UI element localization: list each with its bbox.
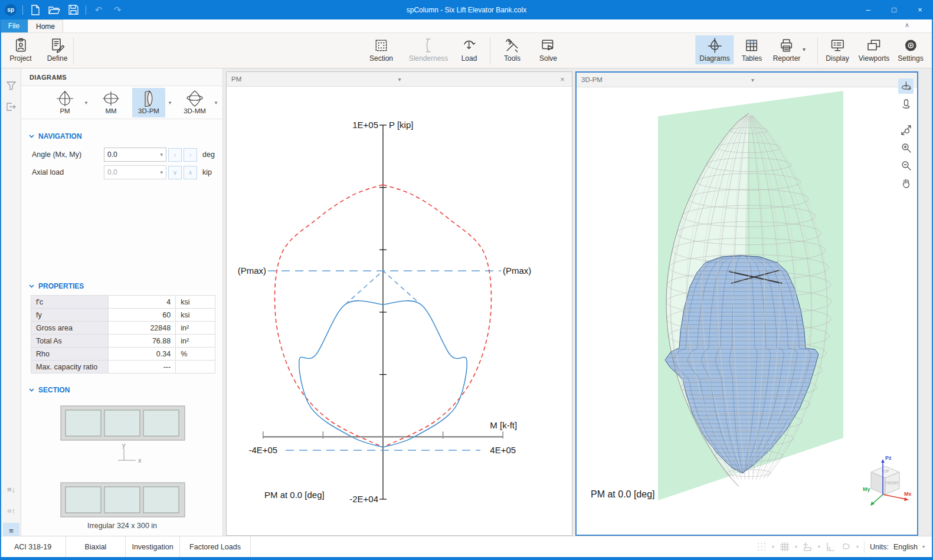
window-controls: – □ ×: [855, 0, 933, 19]
tables-button[interactable]: Tables: [738, 35, 767, 64]
settings-button[interactable]: Settings: [893, 35, 927, 64]
save-icon[interactable]: [67, 4, 80, 17]
combo-caret-icon[interactable]: ▾: [160, 152, 163, 158]
define-icon: [50, 38, 65, 53]
pm3d-panel-header[interactable]: 3D-PM ▾ ×: [577, 73, 917, 87]
rotate-view-button[interactable]: [898, 78, 914, 94]
filter-icon[interactable]: [3, 78, 19, 93]
caret-icon: ▾: [795, 544, 797, 549]
property-unit: ksi: [176, 309, 215, 322]
section-section-header[interactable]: SECTION: [21, 386, 70, 394]
tools-button[interactable]: Tools: [500, 35, 525, 64]
mm3d-diagram-button[interactable]: 3D-MM: [178, 88, 211, 117]
status-cell[interactable]: Factored Loads: [180, 536, 251, 557]
combo-caret-icon: ▾: [160, 169, 163, 175]
axial-down-button[interactable]: ∨: [168, 166, 182, 179]
divider: [817, 37, 818, 64]
ribbon: Project Define Section Slenderness Load …: [0, 33, 933, 68]
property-label: fy: [31, 309, 109, 322]
maximize-button[interactable]: □: [881, 0, 907, 19]
panel-menu-icon[interactable]: ▾: [748, 77, 757, 83]
project-icon: [13, 38, 28, 53]
property-label: f'c: [31, 296, 109, 309]
pm-label: PM: [60, 107, 70, 114]
status-cell[interactable]: ACI 318-19: [0, 536, 66, 557]
open-file-icon[interactable]: [48, 4, 61, 17]
section-button[interactable]: Section: [365, 35, 397, 64]
slenderness-label: Slenderness: [409, 54, 449, 63]
solve-button[interactable]: Solve: [535, 35, 561, 64]
reporter-button[interactable]: Reporter: [769, 35, 805, 64]
status-cell[interactable]: Investigation: [126, 536, 180, 557]
angle-prev-button[interactable]: ‹: [168, 148, 182, 162]
axial-unit: kip: [202, 168, 212, 176]
pm-viewport-panel: PM ▾ × (Pmax)(Pmax)1E+05P [kip]-2E+04M […: [226, 71, 572, 536]
property-row: Rho0.34%: [31, 348, 215, 361]
viewports-button[interactable]: Viewports: [855, 35, 893, 64]
mm-diagram-button[interactable]: MM: [94, 88, 127, 117]
zoom-extents-button[interactable]: [898, 122, 914, 137]
pm-diagram-button[interactable]: PM: [48, 88, 81, 117]
new-file-icon[interactable]: [29, 4, 42, 17]
window-bottom-edge: [0, 557, 933, 560]
svg-text:M [k-ft]: M [k-ft]: [490, 420, 517, 430]
define-button[interactable]: Define: [43, 35, 72, 64]
angle-unit: deg: [202, 150, 215, 159]
axis-y-label: y: [122, 441, 126, 448]
tab-home[interactable]: Home: [28, 19, 63, 32]
caret-icon: ▾: [818, 544, 820, 549]
pm3d-label: 3D-PM: [138, 107, 159, 114]
left-toolbar-rail: ≡↓ =↑ ≡: [1, 68, 21, 536]
properties-section-header[interactable]: PROPERTIES: [21, 282, 84, 290]
undo-icon[interactable]: ↶: [92, 4, 105, 17]
panel-close-icon[interactable]: ×: [558, 75, 567, 84]
collapse-ribbon-icon[interactable]: ∧: [905, 21, 909, 29]
pm3d-viewport-panel: 3D-PM ▾ × PM at 0.0 [deg] T: [575, 71, 918, 536]
load-button[interactable]: Load: [457, 35, 482, 64]
angle-next-button[interactable]: ›: [184, 148, 197, 162]
pm3d-caption: PM at 0.0 [deg]: [591, 489, 655, 500]
export-panel-icon[interactable]: [3, 99, 19, 114]
display-button[interactable]: Display: [821, 35, 853, 64]
quick-access-toolbar: sp ↶ ↷: [0, 4, 124, 17]
status-cell[interactable]: Biaxial: [66, 536, 126, 557]
diagrams-button[interactable]: Diagrams: [695, 35, 734, 64]
sort-ascending-icon[interactable]: =↑: [3, 503, 19, 518]
minimize-button[interactable]: –: [855, 0, 881, 19]
angle-combobox[interactable]: 0.0 ▾: [104, 148, 166, 162]
snap-icon: [803, 542, 813, 552]
pm-panel-header[interactable]: PM ▾ ×: [227, 72, 572, 87]
property-row: Total As76.88in²: [31, 335, 215, 348]
property-value: 0.34: [108, 348, 176, 361]
reporter-label: Reporter: [773, 54, 801, 63]
diagrams-icon: [707, 38, 722, 53]
close-button[interactable]: ×: [907, 0, 933, 19]
tab-file[interactable]: File: [0, 19, 28, 32]
pm-dropdown-icon[interactable]: ▾: [81, 100, 91, 106]
titlebar: sp ↶ ↷ spColumn - Six Lift Elevator Bank…: [0, 0, 933, 19]
panel-menu-icon[interactable]: ▾: [395, 76, 404, 83]
pm3d-diagram-button[interactable]: 3D-PM: [132, 88, 165, 117]
zoom-out-button[interactable]: [898, 158, 914, 173]
svg-text:(Pmax): (Pmax): [238, 266, 266, 276]
zoom-in-button[interactable]: [898, 140, 914, 155]
reporter-dropdown-icon[interactable]: ▾: [803, 46, 806, 53]
redo-icon[interactable]: ↷: [111, 4, 124, 17]
property-label: Max. capacity ratio: [31, 361, 109, 374]
reporter-icon: [779, 38, 794, 53]
rotate-free-button[interactable]: [898, 96, 914, 112]
pm3d-dropdown-icon[interactable]: ▾: [165, 100, 175, 106]
viewports-label: Viewports: [859, 54, 889, 63]
project-button[interactable]: Project: [5, 35, 35, 64]
units-selector[interactable]: Units: English ▾: [870, 543, 925, 551]
status-right-tools: ▾ ▾ ▾ ▾ Units: English ▾: [757, 541, 933, 553]
axial-up-button[interactable]: ∧: [184, 166, 197, 179]
pan-button[interactable]: [898, 175, 914, 191]
diagrams-label: Diagrams: [699, 54, 729, 63]
mm3d-dropdown-icon[interactable]: ▾: [211, 100, 221, 106]
axial-load-value: 0.0: [107, 168, 117, 176]
sort-descending-icon[interactable]: ≡↓: [3, 482, 19, 497]
property-label: Total As: [31, 335, 109, 348]
navigation-section-header[interactable]: NAVIGATION: [21, 132, 82, 140]
navigation-title: NAVIGATION: [38, 132, 82, 140]
